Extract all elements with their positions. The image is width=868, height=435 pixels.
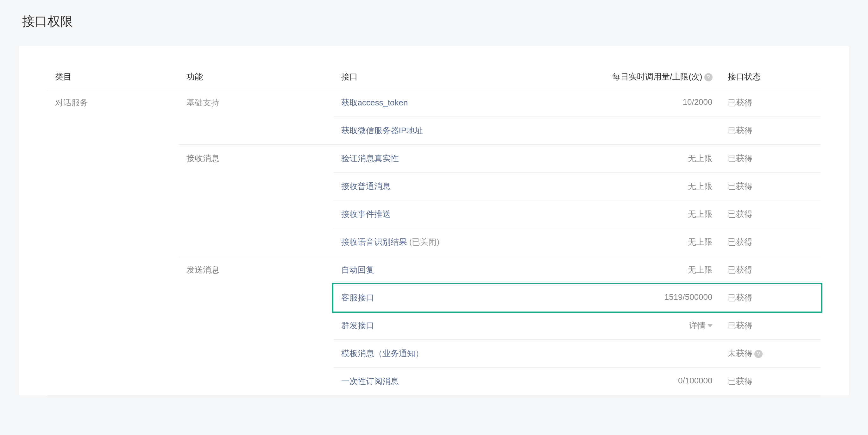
api-link[interactable]: 获取access_token <box>341 98 408 107</box>
caret-down-icon <box>708 324 713 328</box>
status-cell: 已获得 <box>720 173 821 200</box>
api-link[interactable]: 模板消息（业务通知） <box>341 348 424 358</box>
api-link[interactable]: 验证消息真实性 <box>341 154 399 163</box>
quota-cell: 详情 <box>588 312 720 340</box>
api-link[interactable]: 获取微信服务器IP地址 <box>341 126 423 135</box>
status-cell: 已获得 <box>720 145 821 173</box>
api-cell: 验证消息真实性 <box>334 145 589 173</box>
header-quota: 每日实时调用量/上限(次)? <box>588 65 720 89</box>
status-cell: 已获得 <box>720 256 821 284</box>
header-api: 接口 <box>334 65 589 89</box>
status-cell: 已获得 <box>720 312 821 340</box>
help-icon[interactable]: ? <box>704 73 713 81</box>
api-cell: 客服接口 <box>334 284 589 312</box>
category-cell: 对话服务 <box>48 89 179 396</box>
quota-cell: 无上限 <box>588 145 720 173</box>
quota-cell: 无上限 <box>588 256 720 284</box>
status-cell: 未获得? <box>720 340 821 368</box>
status-cell: 已获得 <box>720 89 821 117</box>
quota-cell: 0/100000 <box>588 368 720 396</box>
page-title: 接口权限 <box>19 13 849 30</box>
api-cell: 接收语音识别结果 (已关闭) <box>334 228 589 256</box>
status-cell: 已获得 <box>720 284 821 312</box>
header-status: 接口状态 <box>720 65 821 89</box>
api-cell: 接收普通消息 <box>334 173 589 200</box>
table-row: 对话服务基础支持获取access_token10/2000已获得 <box>48 89 820 117</box>
api-link[interactable]: 自动回复 <box>341 265 374 275</box>
api-cell: 获取微信服务器IP地址 <box>334 117 589 145</box>
permissions-panel: 类目 功能 接口 每日实时调用量/上限(次)? 接口状态 对话服务基础支持获取a… <box>19 46 849 396</box>
api-cell: 自动回复 <box>334 256 589 284</box>
api-link[interactable]: 接收普通消息 <box>341 181 391 191</box>
feature-cell: 发送消息 <box>179 256 333 396</box>
permissions-table: 类目 功能 接口 每日实时调用量/上限(次)? 接口状态 对话服务基础支持获取a… <box>48 65 820 396</box>
api-link[interactable]: 群发接口 <box>341 321 374 330</box>
api-cell: 获取access_token <box>334 89 589 117</box>
api-suffix: (已关闭) <box>407 237 440 247</box>
quota-cell: 无上限 <box>588 200 720 228</box>
status-cell: 已获得 <box>720 368 821 396</box>
api-link[interactable]: 一次性订阅消息 <box>341 376 399 386</box>
quota-cell <box>588 117 720 145</box>
quota-cell: 无上限 <box>588 228 720 256</box>
api-cell: 模板消息（业务通知） <box>334 340 589 368</box>
help-icon[interactable]: ? <box>754 350 763 358</box>
api-link[interactable]: 客服接口 <box>341 293 374 302</box>
table-header-row: 类目 功能 接口 每日实时调用量/上限(次)? 接口状态 <box>48 65 820 89</box>
api-cell: 群发接口 <box>334 312 589 340</box>
quota-cell: 1519/500000 <box>588 284 720 312</box>
quota-cell: 10/2000 <box>588 89 720 117</box>
api-cell: 接收事件推送 <box>334 200 589 228</box>
header-feature: 功能 <box>179 65 333 89</box>
api-link[interactable]: 接收事件推送 <box>341 209 391 219</box>
api-cell: 一次性订阅消息 <box>334 368 589 396</box>
api-link[interactable]: 接收语音识别结果 <box>341 237 407 247</box>
header-category: 类目 <box>48 65 179 89</box>
quota-cell <box>588 340 720 368</box>
feature-cell: 基础支持 <box>179 89 333 145</box>
status-cell: 已获得 <box>720 117 821 145</box>
status-cell: 已获得 <box>720 228 821 256</box>
details-link[interactable]: 详情 <box>689 320 713 331</box>
feature-cell: 接收消息 <box>179 145 333 256</box>
status-cell: 已获得 <box>720 200 821 228</box>
quota-cell: 无上限 <box>588 173 720 200</box>
